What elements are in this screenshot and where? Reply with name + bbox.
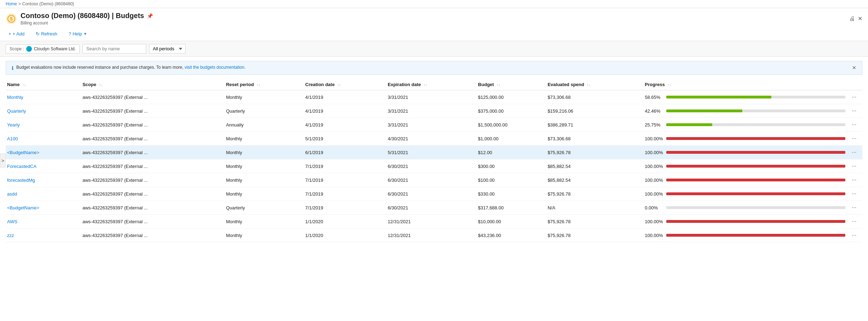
refresh-button[interactable]: ↻ Refresh	[33, 30, 60, 38]
search-input[interactable]	[82, 44, 146, 54]
cell-reset-period: Monthly	[224, 173, 304, 187]
cell-name: zzz	[6, 229, 81, 242]
info-link[interactable]: visit the budgets documentation.	[184, 65, 245, 70]
cell-more: ···	[848, 173, 862, 187]
table-row: Monthlyaws-432263259397 (External ...Mon…	[6, 90, 862, 104]
col-progress-sort[interactable]: ↑↓	[668, 83, 671, 87]
more-button[interactable]: ···	[850, 204, 858, 212]
cell-progress: 100.00%	[644, 132, 848, 146]
cell-scope: aws-432263259397 (External ...	[81, 132, 225, 146]
info-banner-close[interactable]: ✕	[852, 65, 856, 71]
cell-reset-period: Monthly	[224, 90, 304, 104]
col-evaluated-spend-sort[interactable]: ↑↓	[587, 83, 590, 87]
cell-budget: $375,000.00	[476, 104, 546, 118]
progress-percent: 42.46%	[645, 108, 663, 114]
info-text: Budget evaluations now include reserved …	[16, 65, 246, 70]
cell-evaluated-spend: $85,882.54	[546, 159, 644, 173]
progress-percent: 25.75%	[645, 122, 663, 128]
pin-icon[interactable]: 📌	[147, 13, 153, 19]
more-button[interactable]: ···	[850, 176, 858, 184]
cell-scope: aws-432263259397 (External ...	[81, 118, 225, 132]
progress-bar-fill	[666, 137, 845, 140]
col-scope-sort[interactable]: ↑↓	[99, 83, 103, 87]
progress-bar-wrap	[666, 206, 845, 209]
budget-name-link[interactable]: <BudgetName>	[7, 150, 39, 155]
col-reset-period-sort[interactable]: ↑↓	[257, 83, 260, 87]
more-button[interactable]: ···	[850, 121, 858, 129]
cell-reset-period: Monthly	[224, 215, 304, 229]
col-progress-label: Progress	[645, 82, 665, 87]
close-window-button[interactable]: ✕	[858, 15, 862, 22]
more-button[interactable]: ···	[850, 148, 858, 156]
help-button[interactable]: ? Help ▼	[66, 30, 90, 38]
progress-bar-fill	[666, 192, 845, 195]
more-button[interactable]: ···	[850, 190, 858, 198]
col-name-label: Name	[7, 82, 19, 87]
budget-name-link[interactable]: forecastedMg	[7, 178, 35, 183]
cell-creation-date: 1/1/2020	[304, 229, 386, 242]
period-select[interactable]: All periods Monthly Quarterly Annually	[149, 44, 185, 54]
cell-name: A100	[6, 132, 81, 146]
cell-name: AWS	[6, 215, 81, 229]
cell-progress: 100.00%	[644, 173, 848, 187]
progress-bar-wrap	[666, 151, 845, 154]
more-button[interactable]: ···	[850, 162, 858, 170]
budget-name-link[interactable]: <BudgetName>	[7, 205, 39, 210]
more-button[interactable]: ···	[850, 231, 858, 239]
info-banner: ℹ Budget evaluations now include reserve…	[6, 61, 862, 75]
cell-progress: 100.00%	[644, 187, 848, 201]
col-reset-period: Reset period ↑↓	[224, 79, 304, 90]
budget-name-link[interactable]: Quarterly	[7, 108, 26, 114]
cell-progress: 25.75%	[644, 118, 848, 132]
progress-bar-wrap	[666, 192, 845, 195]
table-row: AWSaws-432263259397 (External ...Monthly…	[6, 215, 862, 229]
col-name-sort[interactable]: ↑↓	[22, 83, 26, 87]
col-expiration-date-sort[interactable]: ↑↓	[424, 83, 427, 87]
cell-reset-period: Monthly	[224, 132, 304, 146]
cell-reset-period: Annually	[224, 118, 304, 132]
cell-progress: 100.00%	[644, 229, 848, 242]
cell-more: ···	[848, 132, 862, 146]
progress-bar-fill	[666, 123, 712, 126]
budget-name-link[interactable]: Yearly	[7, 122, 20, 128]
col-expiration-date-label: Expiration date	[388, 82, 421, 87]
toolbar: + + Add ↻ Refresh ? Help ▼	[0, 27, 868, 41]
scope-selector[interactable]: Scope : Cloudyn Software Ltd.	[6, 44, 80, 54]
budget-name-link[interactable]: A100	[7, 136, 18, 141]
cell-progress: 42.46%	[644, 104, 848, 118]
cell-expiration-date: 3/31/2021	[386, 104, 476, 118]
table-row: asddaws-432263259397 (External ...Monthl…	[6, 187, 862, 201]
col-budget-sort[interactable]: ↑↓	[497, 83, 500, 87]
col-creation-date-sort[interactable]: ↑↓	[337, 83, 341, 87]
budget-name-link[interactable]: AWS	[7, 219, 17, 224]
more-button[interactable]: ···	[850, 93, 858, 101]
cell-progress: 58.65%	[644, 90, 848, 104]
progress-bar-fill	[666, 151, 845, 154]
refresh-icon: ↻	[36, 31, 40, 36]
more-button[interactable]: ···	[850, 107, 858, 115]
print-button[interactable]: 🖨	[849, 16, 855, 22]
add-icon: +	[8, 31, 11, 36]
progress-cell: 42.46%	[645, 108, 845, 114]
add-label: + Add	[13, 31, 25, 36]
sidebar-toggle[interactable]: >	[0, 153, 6, 168]
progress-bar-wrap	[666, 137, 845, 140]
cell-reset-period: Quarterly	[224, 201, 304, 215]
breadcrumb-current: Contoso (Demo) (8608480)	[22, 1, 74, 6]
refresh-label: Refresh	[41, 31, 57, 36]
cell-creation-date: 5/1/2019	[304, 132, 386, 146]
col-reset-period-label: Reset period	[226, 82, 254, 87]
budget-name-link[interactable]: Monthly	[7, 95, 23, 100]
budget-name-link[interactable]: ForecastedCA	[7, 164, 36, 169]
more-button[interactable]: ···	[850, 218, 858, 225]
more-button[interactable]: ···	[850, 135, 858, 142]
add-button[interactable]: + + Add	[6, 30, 27, 38]
cell-reset-period: Monthly	[224, 229, 304, 242]
cell-creation-date: 4/1/2019	[304, 104, 386, 118]
cell-budget: $330.00	[476, 187, 546, 201]
budget-name-link[interactable]: asdd	[7, 191, 17, 197]
cell-more: ···	[848, 104, 862, 118]
breadcrumb-home[interactable]: Home	[6, 1, 17, 6]
budget-name-link[interactable]: zzz	[7, 233, 14, 238]
cell-more: ···	[848, 90, 862, 104]
